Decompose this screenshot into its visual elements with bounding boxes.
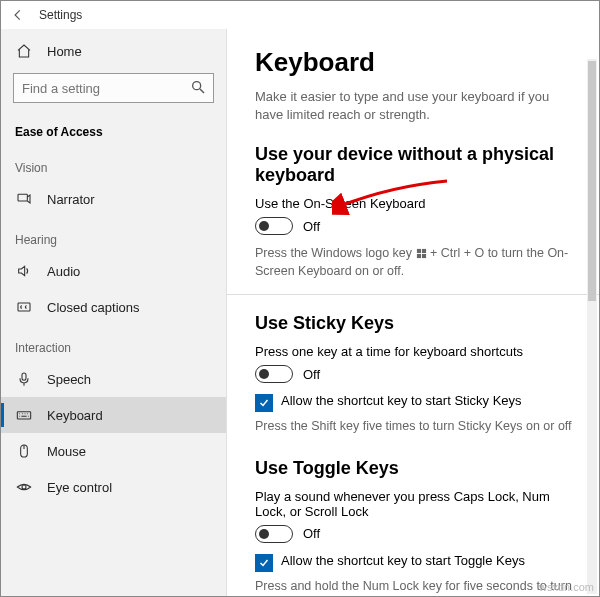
narrator-icon: [15, 190, 33, 208]
togglekeys-toggle-state: Off: [303, 526, 320, 541]
watermark: wsxdn.com: [539, 581, 594, 593]
nav-closed-captions[interactable]: Closed captions: [1, 289, 226, 325]
nav-eye-control-label: Eye control: [47, 480, 112, 495]
sticky-shortcut-checkbox[interactable]: [255, 394, 273, 412]
mouse-icon: [15, 442, 33, 460]
togglekeys-shortcut-label: Allow the shortcut key to start Toggle K…: [281, 553, 525, 568]
sticky-shortcut-hint: Press the Shift key five times to turn S…: [255, 418, 577, 436]
nav-eye-control[interactable]: Eye control: [1, 469, 226, 505]
nav-keyboard[interactable]: Keyboard: [1, 397, 226, 433]
svg-rect-3: [22, 373, 26, 380]
search-box[interactable]: [13, 73, 214, 103]
svg-rect-4: [17, 412, 30, 419]
osk-toggle[interactable]: [255, 217, 293, 235]
group-interaction: Interaction: [1, 325, 226, 361]
eye-icon: [15, 478, 33, 496]
sticky-toggle-label: Press one key at a time for keyboard sho…: [255, 344, 577, 359]
nav-narrator-label: Narrator: [47, 192, 95, 207]
windows-logo-icon: [416, 248, 427, 259]
back-button[interactable]: [7, 4, 29, 26]
nav-mouse-label: Mouse: [47, 444, 86, 459]
svg-rect-10: [421, 254, 425, 258]
scrollbar[interactable]: [587, 59, 597, 594]
keyboard-icon: [15, 406, 33, 424]
svg-rect-9: [416, 254, 420, 258]
svg-rect-7: [416, 249, 420, 253]
section-toggle-heading: Use Toggle Keys: [255, 458, 577, 479]
nav-home[interactable]: Home: [1, 33, 226, 69]
group-hearing: Hearing: [1, 217, 226, 253]
nav-keyboard-label: Keyboard: [47, 408, 103, 423]
svg-point-0: [193, 82, 201, 90]
togglekeys-shortcut-hint: Press and hold the Num Lock key for five…: [255, 578, 577, 596]
check-icon: [258, 397, 270, 409]
togglekeys-shortcut-checkbox[interactable]: [255, 554, 273, 572]
nav-narrator[interactable]: Narrator: [1, 181, 226, 217]
sticky-toggle-state: Off: [303, 367, 320, 382]
home-icon: [15, 42, 33, 60]
nav-audio[interactable]: Audio: [1, 253, 226, 289]
window-title: Settings: [39, 8, 82, 22]
divider: [227, 294, 599, 295]
osk-toggle-state: Off: [303, 219, 320, 234]
scrollbar-thumb[interactable]: [588, 61, 596, 301]
nav-speech-label: Speech: [47, 372, 91, 387]
svg-rect-8: [421, 249, 425, 253]
osk-toggle-label: Use the On-Screen Keyboard: [255, 196, 577, 211]
check-icon: [258, 557, 270, 569]
section-physical-keyboard-heading: Use your device without a physical keybo…: [255, 144, 577, 186]
page-title: Keyboard: [255, 47, 577, 78]
section-sticky-heading: Use Sticky Keys: [255, 313, 577, 334]
osk-hint: Press the Windows logo key + Ctrl + O to…: [255, 245, 577, 280]
nav-audio-label: Audio: [47, 264, 80, 279]
search-input[interactable]: [13, 73, 214, 103]
group-vision: Vision: [1, 145, 226, 181]
nav-home-label: Home: [47, 44, 82, 59]
sticky-toggle[interactable]: [255, 365, 293, 383]
nav-speech[interactable]: Speech: [1, 361, 226, 397]
arrow-left-icon: [11, 8, 25, 22]
togglekeys-toggle-label: Play a sound whenever you press Caps Loc…: [255, 489, 577, 519]
sticky-shortcut-label: Allow the shortcut key to start Sticky K…: [281, 393, 522, 408]
closed-captions-icon: [15, 298, 33, 316]
sidebar: Home Ease of Access Vision Narrator Hear…: [1, 29, 227, 596]
svg-point-6: [22, 485, 26, 489]
svg-rect-2: [18, 303, 30, 311]
content-area: Keyboard Make it easier to type and use …: [227, 29, 599, 596]
nav-mouse[interactable]: Mouse: [1, 433, 226, 469]
group-ease-of-access: Ease of Access: [1, 111, 226, 145]
svg-rect-1: [18, 194, 27, 201]
togglekeys-toggle[interactable]: [255, 525, 293, 543]
nav-closed-captions-label: Closed captions: [47, 300, 140, 315]
page-subtitle: Make it easier to type and use your keyb…: [255, 88, 577, 124]
audio-icon: [15, 262, 33, 280]
microphone-icon: [15, 370, 33, 388]
search-icon: [190, 79, 206, 95]
